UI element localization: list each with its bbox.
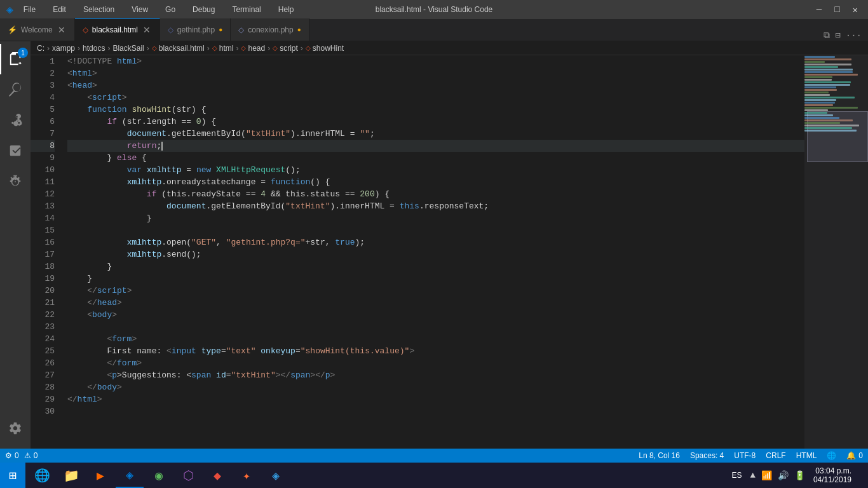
taskbar-app-8[interactable]: ◈ — [262, 463, 290, 488]
breadcrumb-item-html[interactable]: ◇html — [212, 44, 234, 53]
tray-arrow-icon[interactable]: ▲ — [749, 469, 757, 482]
token: input — [172, 345, 201, 357]
token: .send(); — [161, 248, 201, 261]
menu-item-edit[interactable]: Edit — [49, 4, 70, 15]
tray-volume-icon[interactable]: 🔊 — [776, 469, 790, 482]
code-content[interactable]: <!DOCTYPE html><html><head> <script> fun… — [61, 55, 804, 449]
maximize-button[interactable]: □ — [831, 3, 843, 17]
tab-close-blacksail[interactable]: ✕ — [142, 24, 152, 36]
token — [67, 164, 127, 176]
breadcrumb-item-head[interactable]: ◇head — [241, 44, 265, 53]
error-count[interactable]: ⚙ 0 ⚠ 0 — [0, 449, 43, 463]
line-number-1: 1 — [31, 55, 55, 67]
tray-network-icon[interactable]: 📶 — [759, 469, 774, 482]
cursor-position[interactable]: Ln 8, Col 16 — [634, 449, 685, 463]
show-desktop-button[interactable] — [858, 463, 863, 488]
token — [67, 273, 87, 285]
minimap-line — [804, 74, 858, 76]
encoding[interactable]: UTF-8 — [729, 449, 761, 463]
taskbar-app-3[interactable]: ◈ — [116, 463, 144, 488]
code-line-12: if (this.readyState == 4 && this.status … — [67, 188, 804, 200]
menu-item-file[interactable]: File — [20, 4, 39, 15]
token: ; — [370, 128, 375, 140]
menu-item-go[interactable]: Go — [161, 4, 179, 15]
token: ></ — [310, 369, 325, 381]
close-button[interactable]: ✕ — [849, 3, 862, 17]
split-editor-icon[interactable]: ⧉ — [824, 30, 830, 41]
line-number-7: 7 — [31, 128, 55, 140]
tab-welcome[interactable]: ⚡Welcome✕ — [0, 18, 75, 41]
keyboard-language[interactable]: ES — [728, 470, 746, 481]
code-line-17: xmlhttp.send(); — [67, 248, 804, 261]
minimize-button[interactable]: ─ — [813, 3, 825, 17]
taskbar-app-6[interactable]: ◆ — [203, 463, 231, 488]
tab-close-welcome[interactable]: ✕ — [57, 24, 67, 36]
breadcrumb-item-htdocs[interactable]: htdocs — [83, 44, 105, 53]
main-area: 1 C:›xampp›htdocs›BlackSail›◇blacksail.h… — [0, 41, 868, 449]
smiley-icon[interactable]: 🌐 — [822, 449, 841, 463]
tab-modified-dot-conexion: ● — [297, 26, 301, 33]
token: ; — [156, 140, 161, 152]
taskbar-app-2[interactable]: ▶ — [86, 463, 114, 488]
taskbar-app-4[interactable]: ◉ — [145, 463, 173, 488]
activity-debug-icon[interactable] — [0, 166, 31, 196]
activity-git-icon[interactable] — [0, 105, 31, 135]
token: } — [107, 152, 117, 164]
menu-item-help[interactable]: Help — [275, 4, 298, 15]
breadcrumb-item-blacksail-html[interactable]: ◇blacksail.html — [152, 44, 205, 53]
activity-files-icon[interactable]: 1 — [0, 44, 31, 74]
activity-settings-icon[interactable] — [0, 413, 31, 444]
breadcrumb-separator: › — [301, 44, 303, 53]
minimap-line — [804, 107, 858, 109]
token: } — [107, 261, 112, 273]
menu-item-selection[interactable]: Selection — [79, 4, 118, 15]
tray-battery-icon[interactable]: 🔋 — [792, 469, 807, 482]
taskbar-app-0[interactable]: 🌐 — [28, 463, 56, 488]
code-line-20: </script> — [67, 285, 804, 297]
token: () { — [310, 176, 330, 188]
start-button[interactable]: ⊞ — [0, 463, 25, 488]
line-ending[interactable]: CRLF — [761, 449, 790, 463]
warning-number: 0 — [34, 451, 38, 460]
menu-item-terminal[interactable]: Terminal — [228, 4, 264, 15]
tab-gethint[interactable]: ◇gethint.php● — [160, 18, 231, 41]
minimap-line — [804, 56, 835, 58]
activity-extensions-icon[interactable] — [0, 135, 31, 166]
tab-blacksail[interactable]: ◇blacksail.html✕ — [75, 18, 160, 41]
code-line-9: } else { — [67, 152, 804, 164]
code-editor[interactable]: 1234567891011121314151617181920212223242… — [31, 55, 804, 449]
token: head — [72, 79, 92, 92]
token: <!DOCTYPE — [67, 55, 117, 67]
menu-item-debug[interactable]: Debug — [189, 4, 219, 15]
line-number-9: 9 — [31, 152, 55, 164]
token: 4 — [261, 188, 266, 200]
token: "" — [360, 128, 370, 140]
breadcrumb-item-showhint[interactable]: ◇showHint — [306, 44, 344, 53]
breadcrumb-item-blacksail[interactable]: BlackSail — [112, 44, 144, 53]
breadcrumb-icon-html: ◇ — [212, 44, 217, 51]
taskbar-app-1[interactable]: 📁 — [57, 463, 85, 488]
window-controls[interactable]: ─ □ ✕ — [813, 3, 862, 17]
more-actions-icon[interactable]: ··· — [846, 30, 862, 41]
token: < — [67, 333, 112, 345]
line-number-25: 25 — [31, 345, 55, 357]
toggle-panel-icon[interactable]: ⊟ — [835, 30, 840, 41]
language-mode[interactable]: HTML — [791, 449, 822, 463]
tab-conexion[interactable]: ◇conexion.php● — [231, 18, 309, 41]
minimap-line — [804, 119, 853, 121]
breadcrumb-item-script[interactable]: ◇script — [273, 44, 298, 53]
breadcrumb-item-c-[interactable]: C: — [37, 44, 44, 53]
token: ) { — [375, 188, 390, 200]
menu-item-view[interactable]: View — [128, 4, 152, 15]
taskbar-app-5[interactable]: ⬡ — [174, 463, 202, 488]
token: 200 — [360, 188, 374, 200]
statusbar-right: Ln 8, Col 16 Spaces: 4 UTF-8 CRLF HTML 🌐… — [634, 449, 868, 463]
code-line-4: <script> — [67, 92, 804, 104]
code-line-15 — [67, 224, 804, 236]
activity-search-icon[interactable] — [0, 74, 31, 105]
taskbar-app-7[interactable]: ✦ — [233, 463, 261, 488]
clock[interactable]: 03:04 p.m. 04/11/2019 — [810, 465, 855, 485]
breadcrumb-item-xampp[interactable]: xampp — [52, 44, 75, 53]
notification-bell[interactable]: 🔔 0 — [841, 449, 868, 463]
indentation[interactable]: Spaces: 4 — [685, 449, 729, 463]
